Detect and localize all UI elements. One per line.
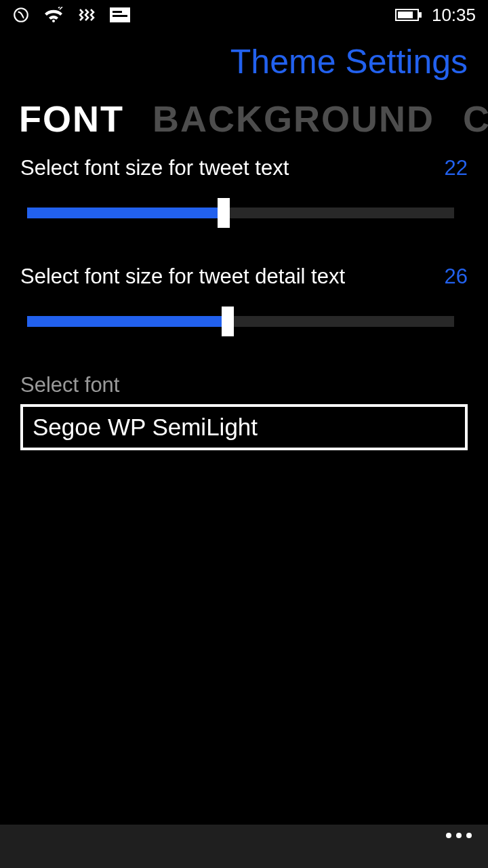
tweet-detail-size-label: Select font size for tweet detail text bbox=[20, 264, 345, 289]
status-right: 10:35 bbox=[395, 5, 476, 26]
battery-icon bbox=[395, 8, 422, 22]
more-icon[interactable] bbox=[446, 833, 472, 838]
tweet-detail-size-block: Select font size for tweet detail text 2… bbox=[20, 264, 468, 334]
svg-rect-7 bbox=[398, 12, 413, 18]
select-font-block: Select font Segoe WP SemiLight bbox=[20, 373, 468, 450]
tweet-detail-size-slider[interactable] bbox=[20, 309, 468, 334]
content: Select font size for tweet text 22 Selec… bbox=[0, 140, 488, 450]
tab-next-partial[interactable]: C bbox=[463, 98, 488, 140]
svg-point-0 bbox=[14, 8, 28, 22]
svg-rect-4 bbox=[113, 15, 127, 17]
wifi-icon bbox=[43, 7, 64, 23]
pivot-tabs: FONT BACKGROUND C bbox=[0, 91, 488, 140]
svg-rect-3 bbox=[113, 11, 122, 13]
nfc-icon bbox=[12, 6, 30, 24]
status-bar: 10:35 bbox=[0, 0, 488, 30]
tweet-text-size-value: 22 bbox=[445, 156, 468, 180]
tweet-text-size-block: Select font size for tweet text 22 bbox=[20, 156, 468, 225]
page-title: Theme Settings bbox=[0, 30, 488, 91]
svg-rect-6 bbox=[419, 12, 422, 18]
tweet-text-size-slider[interactable] bbox=[20, 201, 468, 225]
tweet-text-size-label: Select font size for tweet text bbox=[20, 156, 289, 180]
select-font-label: Select font bbox=[20, 373, 468, 397]
status-time: 10:35 bbox=[432, 5, 476, 26]
tab-font[interactable]: FONT bbox=[19, 98, 124, 140]
tab-background[interactable]: BACKGROUND bbox=[152, 98, 434, 140]
text-note-icon bbox=[110, 7, 130, 22]
app-bar bbox=[0, 825, 488, 868]
select-font-dropdown[interactable]: Segoe WP SemiLight bbox=[20, 404, 468, 450]
status-left-icons bbox=[12, 6, 130, 24]
vibrate-icon bbox=[77, 7, 96, 23]
svg-point-1 bbox=[52, 20, 55, 22]
tweet-detail-size-value: 26 bbox=[445, 264, 468, 289]
